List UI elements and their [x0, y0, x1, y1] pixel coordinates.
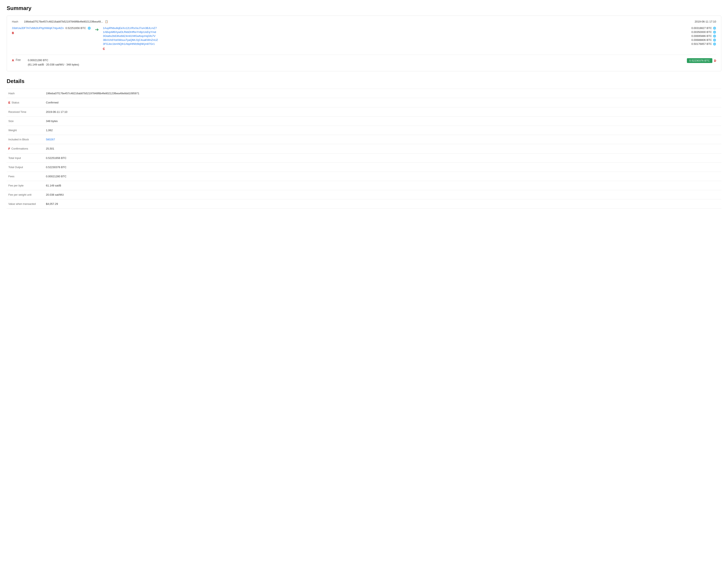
details-table: Hash 196eba07f176e457c48216ab87b52197848… [7, 89, 721, 209]
hash-label: Hash [12, 20, 22, 23]
fee-detail: (61.149 sat/B · 20.038 sat/WU · 348 byte… [28, 63, 79, 67]
copy-icon[interactable]: 📋 [105, 20, 108, 23]
globe-icon-5: 🌐 [713, 43, 716, 45]
table-row-block: Included in Block 580267 [7, 135, 721, 144]
detail-value-block: 580267 [44, 135, 721, 144]
label-e: E [8, 101, 10, 104]
tx-flow: 33drUaJDF7H7xMb3UPhjzNWqK7rkju4tZn 0.522… [12, 27, 716, 51]
output-amount-3: 0.00695886 BTC 🌐 [691, 34, 716, 38]
label-b: B [12, 31, 14, 35]
detail-label-block: Included in Block [7, 135, 44, 144]
outputs-column: 1AupRNbu8qEeXx12LVRxXeJ7um3BJLrnZ7 0.003… [103, 27, 716, 51]
output-address-2[interactable]: 1ABxjoM6XywDLRkbDHfNvYn6jcUxEiyYmd [103, 30, 156, 34]
detail-label-fee-per-byte: Fee per byte [7, 181, 44, 190]
details-section: Details Hash 196eba07f176e457c48216ab87b… [7, 78, 721, 209]
summary-top-row: Hash 196eba07f176e457c48216ab87b52197848… [12, 20, 716, 23]
total-output-area: 0.52230376 BTC D [687, 58, 716, 63]
detail-label-total-output: Total Output [7, 163, 44, 172]
globe-icon-3: 🌐 [713, 35, 716, 38]
fee-label: Fee [16, 58, 26, 62]
table-row-status: E Status Confirmed [7, 98, 721, 107]
input-amount: 0.52251656 BTC [66, 27, 86, 30]
output-amount-4: 0.00688806 BTC 🌐 [691, 38, 716, 42]
detail-value-hash: 196eba07f176e457c48216ab87b52197848f8b4f… [44, 89, 721, 98]
output-amount-1: 0.00318827 BTC 🌐 [691, 27, 716, 30]
globe-icon-4: 🌐 [713, 39, 716, 42]
label-c: C [103, 47, 105, 51]
table-row-received-time: Received Time 2019-06-11 17:10 [7, 107, 721, 116]
table-row-total-input: Total Input 0.52251656 BTC [7, 153, 721, 163]
summary-title: Summary [7, 5, 721, 11]
detail-value-fee-per-wu: 20.038 sat/WU [44, 190, 721, 199]
label-f: F [8, 147, 10, 150]
globe-icon: 🌐 [88, 27, 91, 30]
table-row-weight: Weight 1,062 [7, 126, 721, 135]
table-row-total-output: Total Output 0.52230376 BTC [7, 163, 721, 172]
detail-value-total-input: 0.52251656 BTC [44, 153, 721, 163]
output-item-1: 1AupRNbu8qEeXx12LVRxXeJ7um3BJLrnZ7 0.003… [103, 27, 716, 30]
detail-label-total-input: Total Input [7, 153, 44, 163]
summary-section: Summary Hash 196eba07f176e457c48216ab87b… [7, 5, 721, 71]
label-a: A [12, 59, 14, 62]
table-row-fee-per-byte: Fee per byte 61.149 sat/B [7, 181, 721, 190]
fee-left: A Fee 0.00021280 BTC (61.149 sat/B · 20.… [12, 58, 79, 67]
output-address-4[interactable]: 3BAXA6YotAWouuTyaQMrJ1jC4uaKWnZnUZ [103, 38, 158, 42]
detail-value-weight: 1,062 [44, 126, 721, 135]
detail-value-confirmations: 25,501 [44, 144, 721, 153]
detail-label-hash: Hash [7, 89, 44, 98]
fee-details: 0.00021280 BTC (61.149 sat/B · 20.038 sa… [28, 58, 79, 67]
block-link[interactable]: 580267 [46, 138, 55, 141]
detail-label-fees: Fees [7, 172, 44, 181]
globe-icon-1: 🌐 [713, 27, 716, 30]
arrow-icon: ➔ [95, 27, 99, 32]
detail-label-value-transacted: Value when transacted [7, 199, 44, 208]
inputs-column: 33drUaJDF7H7xMb3UPhjzNWqK7rkju4tZn 0.522… [12, 27, 91, 35]
output-address-1[interactable]: 1AupRNbu8qEeXx12LVRxXeJ7um3BJLrnZ7 [103, 27, 157, 30]
output-item-2: 1ABxjoM6XywDLRkbDHfNvYn6jcUxEiyYmd 0.003… [103, 30, 716, 34]
detail-label-weight: Weight [7, 126, 44, 135]
detail-label-status: E Status [7, 98, 44, 107]
summary-box: Hash 196eba07f176e457c48216ab87b52197848… [7, 16, 721, 71]
output-item-5: 3FGJec1bmNQih1AbpHtNfz6bjNKjm87Gr1 0.501… [103, 42, 716, 45]
output-address-3[interactable]: 3Gta6s2b63Ke68Z4m61NfGwfoqcHqGfo7V [103, 34, 155, 38]
detail-label-received-time: Received Time [7, 107, 44, 116]
transaction-timestamp: 2019-06-11 17:10 [695, 20, 716, 23]
hash-row: Hash 196eba07f176e457c48216ab87b52197848… [12, 20, 108, 23]
table-row-fees: Fees 0.00021280 BTC [7, 172, 721, 181]
detail-label-size: Size [7, 116, 44, 126]
detail-value-status: Confirmed [44, 98, 721, 107]
detail-label-fee-per-wu: Fee per weight unit [7, 190, 44, 199]
table-row-confirmations: F Confirmations 25,501 [7, 144, 721, 153]
output-item-3: 3Gta6s2b63Ke68Z4m61NfGwfoqcHqGfo7V 0.006… [103, 34, 716, 38]
hash-short-value: 196eba07f176e457c48216ab87b52197848f8b4f… [24, 20, 103, 23]
output-amount-5: 0.50176857 BTC 🌐 [691, 42, 716, 45]
output-address-5[interactable]: 3FGJec1bmNQih1AbpHtNfz6bjNKjm87Gr1 [103, 42, 155, 45]
details-title: Details [7, 78, 721, 85]
detail-value-total-output: 0.52230376 BTC [44, 163, 721, 172]
table-row-hash: Hash 196eba07f176e457c48216ab87b52197848… [7, 89, 721, 98]
detail-value-received-time: 2019-06-11 17:10 [44, 107, 721, 116]
table-row-fee-per-wu: Fee per weight unit 20.038 sat/WU [7, 190, 721, 199]
detail-label-confirmations: F Confirmations [7, 144, 44, 153]
input-item: 33drUaJDF7H7xMb3UPhjzNWqK7rkju4tZn 0.522… [12, 27, 91, 30]
label-d: D [714, 59, 716, 62]
detail-value-size: 348 bytes [44, 116, 721, 126]
total-output-badge: 0.52230376 BTC [687, 58, 712, 63]
table-row-value-transacted: Value when transacted $4,057.29 [7, 199, 721, 208]
output-item-4: 3BAXA6YotAWouuTyaQMrJ1jC4uaKWnZnUZ 0.006… [103, 38, 716, 42]
output-amount-2: 0.00350000 BTC 🌐 [691, 30, 716, 34]
input-address-link[interactable]: 33drUaJDF7H7xMb3UPhjzNWqK7rkju4tZn [12, 27, 64, 30]
detail-value-value-transacted: $4,057.29 [44, 199, 721, 208]
globe-icon-2: 🌐 [713, 31, 716, 34]
detail-value-fees: 0.00021280 BTC [44, 172, 721, 181]
table-row-size: Size 348 bytes [7, 116, 721, 126]
detail-value-fee-per-byte: 61.149 sat/B [44, 181, 721, 190]
fee-row: A Fee 0.00021280 BTC (61.149 sat/B · 20.… [12, 55, 716, 67]
fee-btc: 0.00021280 BTC [28, 58, 79, 63]
